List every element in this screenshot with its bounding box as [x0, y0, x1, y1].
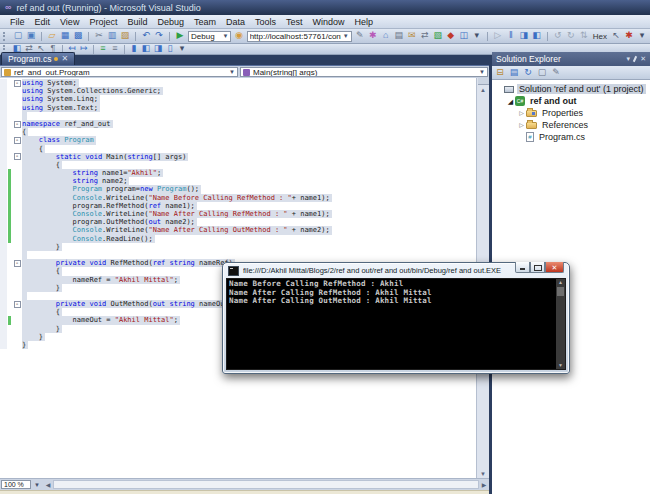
- code-line[interactable]: using System.Text;: [0, 104, 476, 112]
- outline-margin[interactable]: [12, 276, 22, 284]
- breakpoint-margin[interactable]: [0, 333, 7, 341]
- breakpoint-margin[interactable]: [0, 185, 7, 193]
- breakpoint-margin[interactable]: [0, 276, 7, 284]
- breakpoint-margin[interactable]: [0, 210, 7, 218]
- breakpoint-margin[interactable]: [0, 316, 7, 324]
- breakpoint-margin[interactable]: [0, 194, 7, 202]
- fold-collapse-icon[interactable]: -: [14, 80, 21, 87]
- close-icon[interactable]: ✕: [61, 55, 68, 63]
- breakpoint-margin[interactable]: [0, 325, 7, 333]
- fold-collapse-icon[interactable]: -: [14, 153, 21, 160]
- mail-icon[interactable]: ✉: [406, 30, 418, 42]
- breakpoint-margin[interactable]: [0, 251, 7, 259]
- outline-margin[interactable]: -: [12, 153, 22, 161]
- open-file-icon[interactable]: ▱: [46, 30, 58, 42]
- breakpoint-margin[interactable]: [0, 308, 7, 316]
- scroll-left-icon[interactable]: ◀: [43, 481, 53, 488]
- breakpoint-margin[interactable]: [0, 161, 7, 169]
- debug-target-combo[interactable]: Debug ▼: [188, 31, 231, 42]
- code-line[interactable]: Console.ReadLine();: [0, 235, 476, 243]
- code-line[interactable]: {: [0, 145, 476, 153]
- close-icon[interactable]: ✕: [640, 55, 646, 63]
- outline-margin[interactable]: -: [12, 300, 22, 308]
- breakpoint-margin[interactable]: [0, 87, 7, 95]
- refresh-icon[interactable]: ↻: [522, 67, 534, 79]
- style-icon[interactable]: ✱: [367, 30, 379, 42]
- menu-project[interactable]: Project: [84, 17, 122, 27]
- outline-margin[interactable]: [12, 161, 22, 169]
- url-combo[interactable]: http://localhost:57761/content/ ▼: [247, 31, 352, 42]
- code-line[interactable]: -namespace ref_and_out: [0, 120, 476, 128]
- menu-edit[interactable]: Edit: [30, 17, 56, 27]
- toolbar-options-icon[interactable]: ▾: [636, 30, 648, 42]
- code-line[interactable]: - static void Main(string[] args): [0, 153, 476, 161]
- breakpoint-margin[interactable]: [0, 177, 7, 185]
- tree-item-references[interactable]: ▷References: [492, 119, 650, 131]
- code-line[interactable]: Console.WriteLine("Name After Calling Ou…: [0, 226, 476, 234]
- outline-margin[interactable]: -: [12, 120, 22, 128]
- menu-build[interactable]: Build: [122, 17, 152, 27]
- scroll-down-icon[interactable]: ▼: [480, 470, 486, 478]
- breakpoint-margin[interactable]: [0, 145, 7, 153]
- outline-margin[interactable]: -: [12, 259, 22, 267]
- outline-margin[interactable]: [12, 169, 22, 177]
- properties-icon[interactable]: ✎: [550, 67, 562, 79]
- breakpoint-margin[interactable]: [0, 169, 7, 177]
- fold-collapse-icon[interactable]: -: [14, 121, 21, 128]
- menu-test[interactable]: Test: [281, 17, 308, 27]
- fold-collapse-icon[interactable]: -: [14, 137, 21, 144]
- outline-margin[interactable]: [12, 235, 22, 243]
- expander-collapsed-icon[interactable]: ▷: [517, 109, 526, 118]
- zoom-dropdown[interactable]: 100 %: [1, 480, 31, 489]
- minimize-button[interactable]: [515, 262, 530, 273]
- shopping-icon[interactable]: ◆: [445, 30, 457, 42]
- tree-item-properties[interactable]: ▷Properties: [492, 107, 650, 119]
- window-list-icon[interactable]: ◫: [458, 30, 470, 42]
- outline-margin[interactable]: [12, 87, 22, 95]
- undo-icon[interactable]: ↶: [140, 30, 152, 42]
- cut-icon[interactable]: ✂: [93, 30, 105, 42]
- scroll-thumb[interactable]: [557, 287, 564, 296]
- outline-margin[interactable]: [12, 112, 22, 120]
- breakpoint-margin[interactable]: [0, 79, 7, 87]
- outline-margin[interactable]: [12, 316, 22, 324]
- breakpoint-margin[interactable]: [0, 284, 7, 292]
- console-output[interactable]: Name Before Calling RefMethod : AkhilNam…: [226, 278, 566, 370]
- outline-margin[interactable]: [12, 185, 22, 193]
- menu-debug[interactable]: Debug: [152, 17, 189, 27]
- image-icon[interactable]: ▧: [432, 30, 444, 42]
- code-line[interactable]: Program program=new Program();: [0, 185, 476, 193]
- outline-margin[interactable]: [12, 210, 22, 218]
- outline-margin[interactable]: [12, 104, 22, 112]
- splitter-handle[interactable]: [478, 78, 489, 85]
- code-line[interactable]: program.RefMethod(ref name1);: [0, 202, 476, 210]
- save-all-icon[interactable]: ▩: [72, 30, 84, 42]
- breakpoint-margin[interactable]: [0, 341, 7, 349]
- breakpoint-margin[interactable]: [0, 267, 7, 275]
- outline-margin[interactable]: [12, 202, 22, 210]
- fold-collapse-icon[interactable]: -: [14, 301, 21, 308]
- scroll-up-icon[interactable]: ▲: [480, 86, 486, 94]
- type-dropdown[interactable]: ref_and_out.Program ▼: [1, 67, 238, 77]
- copy-icon[interactable]: ▥: [106, 30, 118, 42]
- code-line[interactable]: - class Program: [0, 136, 476, 144]
- pause-icon[interactable]: ‖: [505, 30, 517, 42]
- fold-collapse-icon[interactable]: -: [14, 260, 21, 267]
- outline-margin[interactable]: [12, 325, 22, 333]
- home-icon[interactable]: ⌂: [380, 30, 392, 42]
- scroll-up-icon[interactable]: ▲: [558, 279, 563, 286]
- code-line[interactable]: string name1="Akhil";: [0, 169, 476, 177]
- breakpoint-margin[interactable]: [0, 218, 7, 226]
- code-line[interactable]: }: [0, 243, 476, 251]
- code-line[interactable]: -using System;: [0, 79, 476, 87]
- outline-margin[interactable]: [12, 218, 22, 226]
- redo-icon[interactable]: ↷: [153, 30, 165, 42]
- tab-program-cs[interactable]: Program.cs ✕: [1, 52, 75, 65]
- tree-item-ref-and-out[interactable]: ◢C#ref and out: [492, 95, 650, 107]
- breakpoint-margin[interactable]: [0, 112, 7, 120]
- maximize-button[interactable]: [530, 262, 545, 273]
- outline-margin[interactable]: -: [12, 79, 22, 87]
- scroll-right-icon[interactable]: ▶: [479, 481, 489, 488]
- expander-collapsed-icon[interactable]: ▷: [517, 121, 526, 130]
- breakpoint-margin[interactable]: [0, 300, 7, 308]
